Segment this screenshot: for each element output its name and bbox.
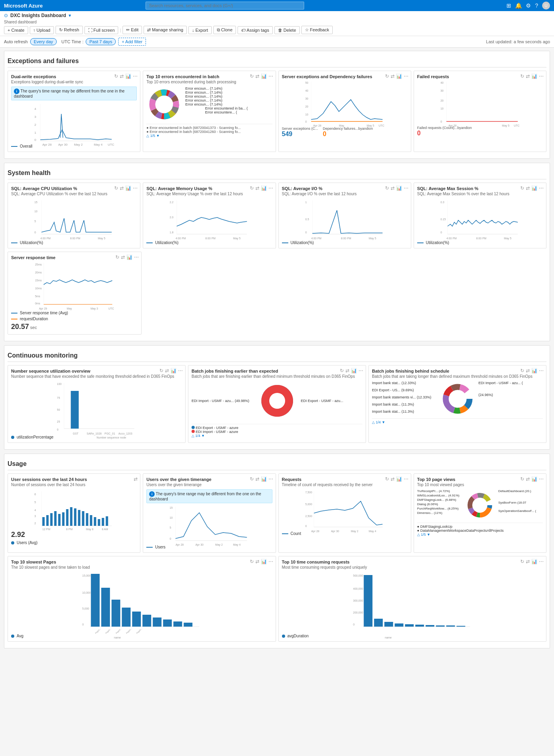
usage-row1: User sessions over the last 24 hours Num… [8, 473, 546, 553]
refresh-icon[interactable]: ↻ [520, 476, 524, 482]
breadcrumb-title[interactable]: DXC Insights Dashboard [10, 13, 66, 18]
expand-icon[interactable]: ⇄ [255, 476, 259, 482]
more-icon[interactable]: ⋯ [539, 185, 544, 191]
create-button[interactable]: + Create [4, 26, 28, 34]
more-icon[interactable]: ⋯ [404, 73, 408, 79]
refresh-icon[interactable]: ↻ [520, 185, 524, 191]
top10-pageviews-subtitle: Top 10 most viewed pages [417, 483, 543, 487]
refresh-icon[interactable]: ↻ [159, 368, 163, 373]
expand-icon[interactable]: ⇄ [391, 73, 395, 79]
more-icon[interactable]: ⋯ [404, 476, 408, 482]
more-icon[interactable]: ⋯ [539, 73, 544, 79]
chart-icon[interactable]: 📊 [261, 559, 267, 564]
more-icon[interactable]: ⋯ [268, 185, 273, 191]
feedback-button[interactable]: ☆ Feedback [301, 26, 333, 34]
upload-button[interactable]: ↑ Upload [30, 26, 54, 34]
chart-icon[interactable]: 📊 [531, 368, 537, 373]
chart-icon[interactable]: 📊 [261, 73, 267, 79]
expand-icon[interactable]: ⇄ [526, 73, 530, 79]
svg-text:Apr 30: Apr 30 [331, 530, 339, 533]
expand-icon[interactable]: ⇄ [165, 368, 169, 373]
add-filter-button[interactable]: + Add filter [118, 38, 146, 46]
chart-icon[interactable]: 📊 [396, 73, 402, 79]
expand-icon[interactable]: ⇄ [526, 368, 530, 373]
more-icon[interactable]: ⋯ [358, 368, 363, 373]
settings-icon[interactable]: ⚙ [526, 2, 531, 9]
refresh-icon[interactable]: ↻ [340, 368, 344, 373]
chart-icon[interactable]: 📊 [351, 368, 357, 373]
refresh-icon[interactable]: ↻ [250, 559, 254, 564]
expand-icon[interactable]: ⇄ [255, 185, 259, 191]
expand-icon[interactable]: ⇄ [255, 73, 259, 79]
refresh-icon[interactable]: ↻ [250, 185, 254, 191]
top10-show-more[interactable]: △ 1/5 ▼ [146, 134, 272, 138]
refresh-icon[interactable]: ↻ [520, 559, 524, 564]
delete-button[interactable]: 🗑 Delete [274, 26, 300, 34]
top10-pageviews-show-more[interactable]: △ 1/5 ▼ [417, 533, 543, 537]
expand-icon[interactable]: ⇄ [121, 254, 125, 260]
more-icon[interactable]: ⋯ [404, 185, 408, 191]
notification-icon[interactable]: 🔔 [515, 2, 522, 9]
search-input[interactable] [146, 2, 304, 10]
more-icon[interactable]: ⋯ [268, 559, 273, 564]
more-icon[interactable]: ⋯ [539, 476, 544, 482]
more-icon[interactable]: ⋯ [133, 73, 138, 79]
chart-icon[interactable]: 📊 [261, 185, 267, 191]
chart-icon[interactable]: 📊 [125, 73, 131, 79]
clone-button[interactable]: ⧉ Clone [213, 26, 236, 34]
more-icon[interactable]: ⋯ [268, 73, 273, 79]
user-avatar[interactable]: U [542, 2, 550, 10]
refresh-icon[interactable]: ↻ [114, 73, 118, 79]
more-icon[interactable]: ⋯ [539, 368, 544, 373]
chart-icon[interactable]: 📊 [396, 185, 402, 191]
expand-icon[interactable]: ⇄ [526, 559, 530, 564]
batch-earlier-show-more[interactable]: △ 1/4 ▼ [192, 434, 362, 438]
refresh-icon[interactable]: ↻ [520, 368, 524, 373]
toolbar-actions: + Create ↑ Upload ↻ Refresh ⛶ Full scree… [4, 26, 550, 34]
chart-icon[interactable]: 📊 [396, 476, 402, 482]
svg-text:name: name [385, 636, 392, 639]
chart-icon[interactable]: 📊 [531, 73, 537, 79]
chart-icon[interactable]: 📊 [531, 476, 537, 482]
edit-button[interactable]: ✏ Edit [123, 26, 142, 34]
portal-icon[interactable]: ⊞ [506, 2, 511, 9]
refresh-icon[interactable]: ↻ [250, 73, 254, 79]
refresh-icon[interactable]: ↻ [385, 73, 389, 79]
refresh-icon[interactable]: ↻ [250, 476, 254, 482]
chart-icon[interactable]: 📊 [127, 254, 132, 260]
more-icon[interactable]: ⋯ [539, 559, 544, 564]
refresh-icon[interactable]: ↻ [114, 185, 118, 191]
past-7-days-filter[interactable]: Past 7 days [86, 38, 115, 45]
expand-icon[interactable]: ⇄ [134, 476, 138, 482]
fullscreen-button[interactable]: ⛶ Full screen [84, 26, 119, 34]
expand-icon[interactable]: ⇄ [345, 368, 349, 373]
expand-icon[interactable]: ⇄ [526, 476, 530, 482]
refresh-icon[interactable]: ↻ [385, 185, 389, 191]
expand-icon[interactable]: ⇄ [391, 476, 395, 482]
refresh-button[interactable]: ↻ Refresh [56, 26, 83, 34]
chart-icon[interactable]: 📊 [531, 185, 537, 191]
refresh-icon[interactable]: ↻ [385, 476, 389, 482]
expand-icon[interactable]: ⇄ [391, 185, 395, 191]
chevron-down-icon[interactable]: ▾ [69, 13, 71, 18]
more-icon[interactable]: ⋯ [268, 476, 273, 482]
chart-icon[interactable]: 📊 [125, 185, 131, 191]
chart-icon[interactable]: 📊 [171, 368, 176, 373]
every-day-filter[interactable]: Every day [30, 38, 57, 45]
chart-icon[interactable]: 📊 [261, 476, 267, 482]
expand-icon[interactable]: ⇄ [255, 559, 259, 564]
refresh-icon[interactable]: ↻ [520, 73, 524, 79]
chart-icon[interactable]: 📊 [531, 559, 537, 564]
more-icon[interactable]: ⋯ [178, 368, 183, 373]
more-icon[interactable]: ⋯ [134, 254, 139, 260]
help-icon[interactable]: ? [535, 2, 538, 9]
expand-icon[interactable]: ⇄ [120, 185, 124, 191]
expand-icon[interactable]: ⇄ [120, 73, 124, 79]
expand-icon[interactable]: ⇄ [526, 185, 530, 191]
more-icon[interactable]: ⋯ [133, 185, 138, 191]
batch-behind-show-more[interactable]: △ 1/4 ▼ [372, 418, 543, 424]
manage-sharing-button[interactable]: ⇄ Manage sharing [144, 26, 187, 34]
assign-tags-button[interactable]: 🏷 Assign tags [238, 26, 272, 34]
export-button[interactable]: ↓ Export [188, 26, 211, 34]
refresh-icon[interactable]: ↻ [115, 254, 119, 260]
